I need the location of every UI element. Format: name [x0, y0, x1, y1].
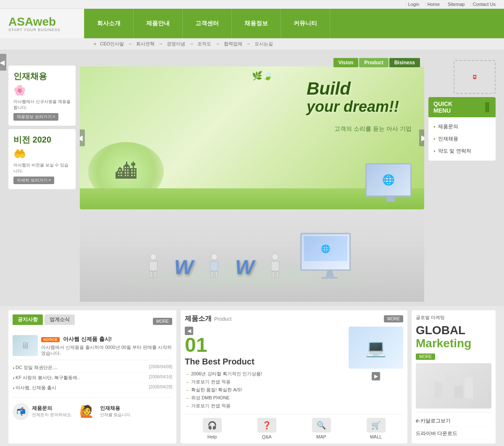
banner-prev-arrow[interactable]: ◀ — [80, 129, 85, 146]
global-panel: 글로벌 마케팅 GLOBAL Marketing MORE e-카달로그보기 드… — [412, 310, 496, 443]
figure-head-2 — [211, 253, 218, 260]
figure-leg-2b — [215, 271, 218, 278]
left-nav-arrow[interactable]: ◀ — [0, 54, 6, 71]
chevron-right-icon: » — [94, 41, 96, 46]
contact-link[interactable]: Contact Us — [470, 2, 496, 7]
notice-tabs: 공지사항 업계소식 — [13, 314, 75, 325]
notice-panel: 공지사항 업계소식 MORE 🖥 NOTICE 아사웹 신제품 출시! 아사웹에… — [8, 310, 176, 443]
notice-item-text-0[interactable]: DC 정밀 채권단은.... — [13, 364, 58, 371]
global-more-btn[interactable]: MORE — [416, 354, 435, 360]
global-title: GLOBAL Marketing — [416, 324, 491, 350]
recruit-btn[interactable]: 채용정보 보러가기 > — [13, 113, 58, 121]
service-qa[interactable]: ❓ Q&A — [257, 418, 276, 439]
product-image: 💻 — [349, 327, 403, 369]
scene-figures: W W — [145, 233, 360, 279]
breadcrumb-item-3[interactable]: 경영이념 — [167, 41, 185, 46]
recruit-figure-icon: 🙋 — [76, 401, 97, 422]
monitor-screen: 🌐 — [365, 163, 412, 197]
breadcrumb-sep4: → — [215, 41, 220, 46]
nav-item-company[interactable]: 회사소개 — [84, 9, 134, 38]
map-label: MAP — [316, 434, 326, 439]
service-map[interactable]: 🔍 MAP — [312, 418, 331, 439]
www-text-2: W — [235, 256, 254, 279]
quick-menu-item-2[interactable]: 약도 및 연락처 — [428, 145, 496, 157]
map-icon: 🔍 — [312, 418, 331, 433]
service-icons: 🎧 Help ❓ Q&A 🔍 MAP 🛒 MALL — [185, 414, 403, 439]
service-help[interactable]: 🎧 Help — [203, 418, 222, 439]
recruit-card: 인재채용 🌸 아사웹에서 신규사원을 채용을 합니다. 채용정보 보러가기 > — [8, 66, 76, 126]
product-title-kr: 제품소개 — [185, 314, 212, 323]
main-content: ◀ 인재채용 🌸 아사웹에서 신규사원을 채용을 합니다. 채용정보 보러가기 … — [0, 50, 504, 306]
notice-main-content: NOTICE 아사웹 신제품 출시! 아사웹에서 신제품을 출시하여 0000년… — [41, 335, 172, 356]
right-panel: 📮 QUICK MENU 제품문의 인재채용 약도 및 연락처 — [428, 54, 496, 302]
www-text-1: W — [174, 256, 193, 279]
tab-product[interactable]: Product — [359, 58, 388, 67]
box-1 — [434, 382, 443, 398]
help-label: Help — [207, 434, 217, 439]
banner-next-arrow[interactable]: ▶ — [419, 129, 424, 146]
monitor-content: 🌐 — [304, 236, 347, 261]
recruit-item[interactable]: 🙋 인재채용 인재를 찾습니다. — [76, 401, 132, 422]
product-more-btn[interactable]: MORE — [384, 315, 403, 322]
product-nav: ◀ — [185, 327, 344, 335]
monitor-3d: 🌐 — [300, 233, 351, 271]
notice-badge: NOTICE — [41, 337, 60, 342]
breadcrumb-item-1[interactable]: CEO인사말 — [100, 41, 124, 46]
global-image — [416, 363, 491, 409]
logo[interactable]: ASAweb — [8, 15, 84, 29]
vision-btn[interactable]: 자세히 보러가기 > — [13, 177, 54, 184]
logo-area: ASAweb START YOUR BUSINESS — [8, 15, 84, 32]
nav-item-recruit[interactable]: 채용정보 — [232, 9, 281, 38]
product-feature-2: 확실한 품질! 확실한 A/S! — [185, 386, 344, 394]
home-link[interactable]: Home — [425, 2, 439, 7]
breadcrumb-item-6[interactable]: 오시는길 — [255, 41, 273, 46]
product-left: ◀ 01 The Best Product 2006년 강타할 획기적인 인기상… — [185, 327, 344, 410]
notice-item-date-0: [2008/04/08] — [149, 364, 172, 371]
banner-tabs: Vision Product Bisiness — [333, 58, 420, 67]
tab-vision[interactable]: Vision — [333, 58, 359, 67]
product-feature-4: 가로보기 컨셉 적용 — [185, 402, 344, 410]
figure-leg-2a — [211, 271, 214, 278]
figure-leg-3a — [272, 271, 275, 278]
notice-main-title: NOTICE 아사웹 신제품 출시! — [41, 335, 172, 343]
notice-list: DC 정밀 채권단은.... [2008/04/08] KF 사랑의 봉사단, … — [13, 363, 172, 393]
global-title-line2: Marketing — [416, 337, 491, 350]
left-panel: ◀ 인재채용 🌸 아사웹에서 신규사원을 채용을 합니다. 채용정보 보러가기 … — [8, 54, 76, 302]
figure-body-3 — [271, 261, 279, 271]
inquiry-item[interactable]: 📬 제품문의 언제든지 문의하세요. — [13, 401, 72, 422]
nav-item-product[interactable]: 제품안내 — [134, 9, 183, 38]
global-link-1[interactable]: 드라이버 다운로드 — [416, 428, 491, 439]
breadcrumb-item-4[interactable]: 조직도 — [197, 41, 211, 46]
breadcrumb-item-2[interactable]: 회사연혁 — [136, 41, 155, 46]
product-right: 💻 ▶ — [349, 327, 403, 410]
banner-subtitle: 고객의 소리를 듣는 아사 기업 — [334, 125, 412, 133]
banner-main: ◀ 🌿🍃 🏙 Build your dream!! 고객의 소리를 듣는 아사 … — [80, 66, 424, 209]
service-mall[interactable]: 🛒 MALL — [367, 418, 386, 439]
tab-bisiness[interactable]: Bisiness — [389, 58, 420, 67]
product-header: 제품소개 Product MORE — [185, 314, 403, 323]
notice-item-text-1[interactable]: KF 사랑의 봉사단, 복구활동에.. — [13, 375, 80, 381]
notice-item-text-2[interactable]: 아사웹, 신재품 출시 — [13, 385, 56, 391]
top-bar: Login Home Sitemap Contact Us — [0, 0, 504, 9]
tab-industry[interactable]: 업계소식 — [45, 314, 75, 325]
nav-item-community[interactable]: 커뮤니티 — [281, 9, 330, 38]
global-link-0[interactable]: e-카달로그보기 — [416, 416, 491, 427]
scene-3d: W W — [80, 209, 424, 302]
help-icon: 🎧 — [203, 418, 222, 433]
sitemap-link[interactable]: Sitemap — [445, 2, 465, 7]
breadcrumb-item-5[interactable]: 협력업체 — [224, 41, 242, 46]
banner-headline: Build your dream!! — [307, 79, 399, 115]
quick-menu-item-1[interactable]: 인재채용 — [428, 133, 496, 145]
notice-header-row: 공지사항 업계소식 MORE — [13, 314, 172, 328]
product-number: 01 — [185, 335, 344, 355]
notice-main-item: 🖥 NOTICE 아사웹 신제품 출시! 아사웹에서 신제품을 출시하여 000… — [13, 332, 172, 360]
quick-menu-item-0[interactable]: 제품문의 — [428, 121, 496, 133]
nav-item-customer[interactable]: 고객센터 — [183, 9, 232, 38]
tab-notice[interactable]: 공지사항 — [13, 314, 43, 325]
monitor-decoration: 🌐 — [365, 163, 416, 209]
inquiry-icon: 📬 — [13, 403, 29, 420]
notice-more-btn[interactable]: MORE — [153, 318, 172, 325]
product-next-arrow[interactable]: ▶ — [372, 372, 380, 380]
main-nav: 회사소개 제품안내 고객센터 채용정보 커뮤니티 — [84, 9, 504, 38]
login-link[interactable]: Login — [405, 2, 419, 7]
